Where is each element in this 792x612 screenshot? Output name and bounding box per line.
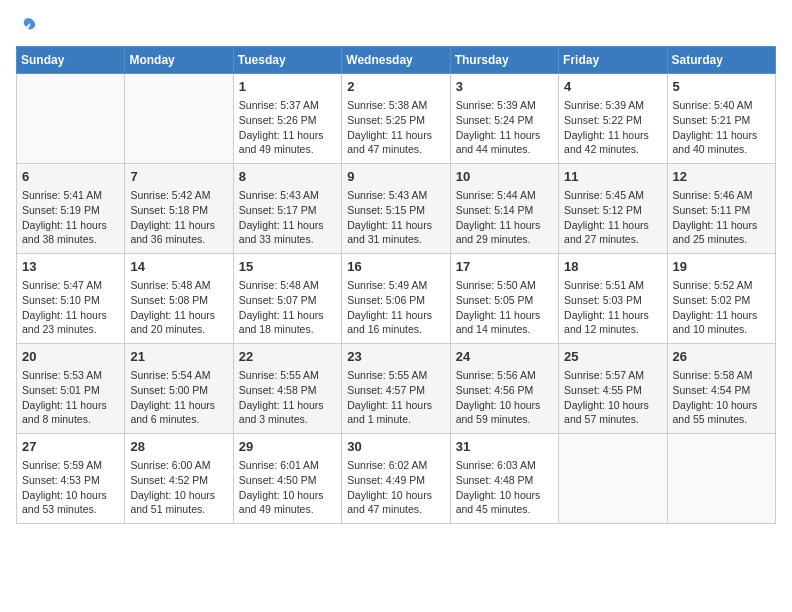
calendar-cell: 19Sunrise: 5:52 AM Sunset: 5:02 PM Dayli… [667, 254, 775, 344]
day-info: Sunrise: 5:38 AM Sunset: 5:25 PM Dayligh… [347, 98, 444, 157]
day-info: Sunrise: 5:43 AM Sunset: 5:17 PM Dayligh… [239, 188, 336, 247]
day-info: Sunrise: 5:58 AM Sunset: 4:54 PM Dayligh… [673, 368, 770, 427]
day-number: 31 [456, 438, 553, 456]
day-info: Sunrise: 5:53 AM Sunset: 5:01 PM Dayligh… [22, 368, 119, 427]
day-number: 16 [347, 258, 444, 276]
calendar-cell: 8Sunrise: 5:43 AM Sunset: 5:17 PM Daylig… [233, 164, 341, 254]
day-info: Sunrise: 5:50 AM Sunset: 5:05 PM Dayligh… [456, 278, 553, 337]
col-header-friday: Friday [559, 47, 667, 74]
day-number: 29 [239, 438, 336, 456]
calendar-cell: 26Sunrise: 5:58 AM Sunset: 4:54 PM Dayli… [667, 344, 775, 434]
day-number: 20 [22, 348, 119, 366]
day-number: 13 [22, 258, 119, 276]
calendar-cell: 18Sunrise: 5:51 AM Sunset: 5:03 PM Dayli… [559, 254, 667, 344]
day-info: Sunrise: 5:56 AM Sunset: 4:56 PM Dayligh… [456, 368, 553, 427]
calendar-table: SundayMondayTuesdayWednesdayThursdayFrid… [16, 46, 776, 524]
day-number: 10 [456, 168, 553, 186]
calendar-cell [667, 434, 775, 524]
calendar-cell: 13Sunrise: 5:47 AM Sunset: 5:10 PM Dayli… [17, 254, 125, 344]
day-number: 27 [22, 438, 119, 456]
day-number: 18 [564, 258, 661, 276]
logo-bird-icon [18, 16, 38, 36]
day-info: Sunrise: 5:54 AM Sunset: 5:00 PM Dayligh… [130, 368, 227, 427]
calendar-cell: 11Sunrise: 5:45 AM Sunset: 5:12 PM Dayli… [559, 164, 667, 254]
day-number: 28 [130, 438, 227, 456]
calendar-cell: 14Sunrise: 5:48 AM Sunset: 5:08 PM Dayli… [125, 254, 233, 344]
week-row: 27Sunrise: 5:59 AM Sunset: 4:53 PM Dayli… [17, 434, 776, 524]
day-number: 25 [564, 348, 661, 366]
calendar-cell: 4Sunrise: 5:39 AM Sunset: 5:22 PM Daylig… [559, 74, 667, 164]
day-number: 7 [130, 168, 227, 186]
calendar-cell: 12Sunrise: 5:46 AM Sunset: 5:11 PM Dayli… [667, 164, 775, 254]
day-info: Sunrise: 5:55 AM Sunset: 4:58 PM Dayligh… [239, 368, 336, 427]
day-info: Sunrise: 5:47 AM Sunset: 5:10 PM Dayligh… [22, 278, 119, 337]
calendar-cell: 6Sunrise: 5:41 AM Sunset: 5:19 PM Daylig… [17, 164, 125, 254]
col-header-wednesday: Wednesday [342, 47, 450, 74]
day-info: Sunrise: 6:00 AM Sunset: 4:52 PM Dayligh… [130, 458, 227, 517]
day-info: Sunrise: 5:48 AM Sunset: 5:07 PM Dayligh… [239, 278, 336, 337]
day-info: Sunrise: 6:01 AM Sunset: 4:50 PM Dayligh… [239, 458, 336, 517]
col-header-monday: Monday [125, 47, 233, 74]
week-row: 13Sunrise: 5:47 AM Sunset: 5:10 PM Dayli… [17, 254, 776, 344]
day-info: Sunrise: 5:59 AM Sunset: 4:53 PM Dayligh… [22, 458, 119, 517]
day-number: 4 [564, 78, 661, 96]
calendar-cell: 25Sunrise: 5:57 AM Sunset: 4:55 PM Dayli… [559, 344, 667, 434]
day-info: Sunrise: 6:03 AM Sunset: 4:48 PM Dayligh… [456, 458, 553, 517]
day-info: Sunrise: 5:51 AM Sunset: 5:03 PM Dayligh… [564, 278, 661, 337]
calendar-cell: 5Sunrise: 5:40 AM Sunset: 5:21 PM Daylig… [667, 74, 775, 164]
day-number: 24 [456, 348, 553, 366]
day-number: 12 [673, 168, 770, 186]
week-row: 1Sunrise: 5:37 AM Sunset: 5:26 PM Daylig… [17, 74, 776, 164]
calendar-cell: 9Sunrise: 5:43 AM Sunset: 5:15 PM Daylig… [342, 164, 450, 254]
col-header-thursday: Thursday [450, 47, 558, 74]
calendar-cell: 10Sunrise: 5:44 AM Sunset: 5:14 PM Dayli… [450, 164, 558, 254]
calendar-cell: 16Sunrise: 5:49 AM Sunset: 5:06 PM Dayli… [342, 254, 450, 344]
calendar-cell: 31Sunrise: 6:03 AM Sunset: 4:48 PM Dayli… [450, 434, 558, 524]
day-number: 8 [239, 168, 336, 186]
calendar-cell: 21Sunrise: 5:54 AM Sunset: 5:00 PM Dayli… [125, 344, 233, 434]
day-number: 21 [130, 348, 227, 366]
day-number: 11 [564, 168, 661, 186]
calendar-cell: 22Sunrise: 5:55 AM Sunset: 4:58 PM Dayli… [233, 344, 341, 434]
header [16, 16, 776, 36]
day-info: Sunrise: 5:41 AM Sunset: 5:19 PM Dayligh… [22, 188, 119, 247]
day-info: Sunrise: 5:48 AM Sunset: 5:08 PM Dayligh… [130, 278, 227, 337]
col-header-sunday: Sunday [17, 47, 125, 74]
calendar-cell: 29Sunrise: 6:01 AM Sunset: 4:50 PM Dayli… [233, 434, 341, 524]
calendar-cell: 17Sunrise: 5:50 AM Sunset: 5:05 PM Dayli… [450, 254, 558, 344]
day-number: 17 [456, 258, 553, 276]
calendar-cell: 2Sunrise: 5:38 AM Sunset: 5:25 PM Daylig… [342, 74, 450, 164]
day-info: Sunrise: 5:52 AM Sunset: 5:02 PM Dayligh… [673, 278, 770, 337]
col-header-saturday: Saturday [667, 47, 775, 74]
day-info: Sunrise: 5:39 AM Sunset: 5:24 PM Dayligh… [456, 98, 553, 157]
calendar-cell: 3Sunrise: 5:39 AM Sunset: 5:24 PM Daylig… [450, 74, 558, 164]
calendar-cell: 28Sunrise: 6:00 AM Sunset: 4:52 PM Dayli… [125, 434, 233, 524]
calendar-cell: 1Sunrise: 5:37 AM Sunset: 5:26 PM Daylig… [233, 74, 341, 164]
day-info: Sunrise: 5:42 AM Sunset: 5:18 PM Dayligh… [130, 188, 227, 247]
day-number: 6 [22, 168, 119, 186]
logo [16, 16, 38, 36]
day-number: 23 [347, 348, 444, 366]
day-info: Sunrise: 5:55 AM Sunset: 4:57 PM Dayligh… [347, 368, 444, 427]
day-number: 26 [673, 348, 770, 366]
week-row: 20Sunrise: 5:53 AM Sunset: 5:01 PM Dayli… [17, 344, 776, 434]
day-info: Sunrise: 6:02 AM Sunset: 4:49 PM Dayligh… [347, 458, 444, 517]
calendar-cell: 20Sunrise: 5:53 AM Sunset: 5:01 PM Dayli… [17, 344, 125, 434]
day-number: 30 [347, 438, 444, 456]
calendar-cell: 24Sunrise: 5:56 AM Sunset: 4:56 PM Dayli… [450, 344, 558, 434]
day-info: Sunrise: 5:43 AM Sunset: 5:15 PM Dayligh… [347, 188, 444, 247]
day-info: Sunrise: 5:46 AM Sunset: 5:11 PM Dayligh… [673, 188, 770, 247]
calendar-cell: 23Sunrise: 5:55 AM Sunset: 4:57 PM Dayli… [342, 344, 450, 434]
col-header-tuesday: Tuesday [233, 47, 341, 74]
calendar-cell: 30Sunrise: 6:02 AM Sunset: 4:49 PM Dayli… [342, 434, 450, 524]
day-number: 15 [239, 258, 336, 276]
day-number: 1 [239, 78, 336, 96]
day-info: Sunrise: 5:40 AM Sunset: 5:21 PM Dayligh… [673, 98, 770, 157]
day-number: 9 [347, 168, 444, 186]
calendar-cell: 27Sunrise: 5:59 AM Sunset: 4:53 PM Dayli… [17, 434, 125, 524]
day-info: Sunrise: 5:49 AM Sunset: 5:06 PM Dayligh… [347, 278, 444, 337]
calendar-cell [17, 74, 125, 164]
day-info: Sunrise: 5:39 AM Sunset: 5:22 PM Dayligh… [564, 98, 661, 157]
header-row: SundayMondayTuesdayWednesdayThursdayFrid… [17, 47, 776, 74]
week-row: 6Sunrise: 5:41 AM Sunset: 5:19 PM Daylig… [17, 164, 776, 254]
